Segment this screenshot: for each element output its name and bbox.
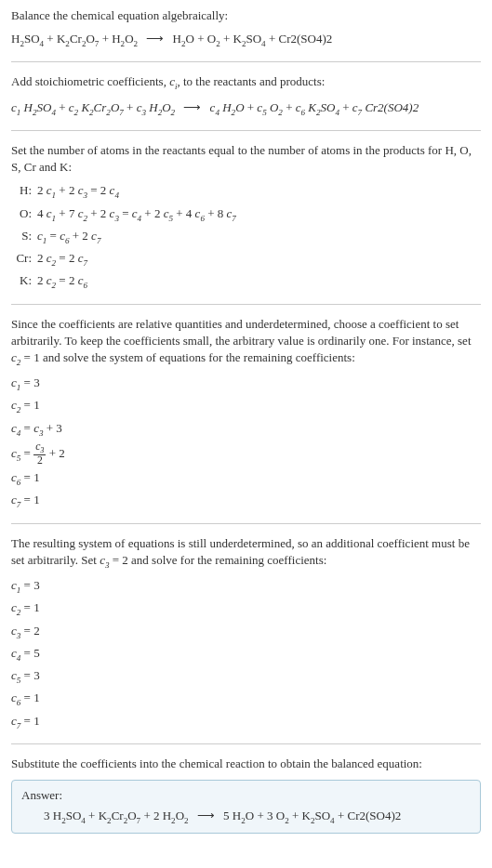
stoich-equation: c1 H2SO4 + c2 K2Cr2O7 + c3 H2O2 ⟶ c4 H2O… bbox=[11, 99, 481, 119]
section-final: The resulting system of equations is sti… bbox=[11, 535, 481, 732]
balanced-left: 3 H2SO4 + K2Cr2O7 + 2 H2O2 bbox=[44, 809, 189, 822]
coeff-row: c2 = 1 bbox=[11, 396, 481, 416]
coeff-row: c4 = c3 + 3 bbox=[11, 419, 481, 440]
atom-eq: 2 c2 = 2 c7 bbox=[37, 249, 87, 270]
atom-eq: 2 c2 = 2 c6 bbox=[37, 271, 87, 292]
stoich-c3: c3 H2O2 bbox=[137, 100, 175, 114]
coeff-row: c6 = 1 bbox=[11, 468, 481, 489]
title: Balance the chemical equation algebraica… bbox=[11, 7, 481, 24]
atom-equations: H:2 c1 + 2 c3 = 2 c4O:4 c1 + 7 c2 + 2 c3… bbox=[11, 181, 481, 292]
atom-eq: 2 c1 + 2 c3 = 2 c4 bbox=[37, 181, 119, 202]
atom-eq: c1 = c6 + 2 c7 bbox=[37, 227, 100, 247]
stoich-c5: c5 O2 bbox=[257, 100, 283, 114]
atom-eq-row: O:4 c1 + 7 c2 + 2 c3 = c4 + 2 c5 + 4 c6 … bbox=[11, 204, 481, 225]
atom-label: H: bbox=[11, 181, 37, 200]
final-solution: c1 = 3c2 = 1c3 = 2c4 = 5c5 = 3c6 = 1c7 =… bbox=[11, 576, 481, 732]
answer-box: Answer: 3 H2SO4 + K2Cr2O7 + 2 H2O2 ⟶ 5 H… bbox=[11, 780, 481, 834]
step1-text: Add stoichiometric coefficients, ci, to … bbox=[11, 73, 481, 92]
divider bbox=[11, 130, 481, 131]
atom-label: O: bbox=[11, 204, 37, 223]
unbalanced-equation: H2SO4 + K2Cr2O7 + H2O2 ⟶ H2O + O2 + K2SO… bbox=[11, 30, 481, 50]
eq-left: H2SO4 + K2Cr2O7 + H2O2 bbox=[11, 32, 138, 46]
atom-eq-row: Cr:2 c2 = 2 c7 bbox=[11, 249, 481, 270]
section-intro: Balance the chemical equation algebraica… bbox=[11, 7, 481, 50]
stoich-c4: c4 H2O bbox=[210, 100, 245, 114]
stoich-c6: c6 K2SO4 bbox=[296, 100, 339, 114]
stoich-c2: c2 K2Cr2O7 bbox=[69, 100, 124, 114]
step5-text: Substitute the coefficients into the che… bbox=[11, 756, 481, 772]
coeff-row: c5 = 3 bbox=[11, 666, 481, 687]
arrow-icon: ⟶ bbox=[178, 100, 206, 114]
coeff-row: c7 = 1 bbox=[11, 712, 481, 732]
stoich-c7: c7 Cr2(SO4)2 bbox=[352, 100, 419, 114]
arrow-icon: ⟶ bbox=[140, 32, 169, 46]
coeff-row: c2 = 1 bbox=[11, 598, 481, 619]
coeff-row: c1 = 3 bbox=[11, 576, 481, 597]
atom-label: Cr: bbox=[11, 249, 37, 268]
coeff-row: c7 = 1 bbox=[11, 491, 481, 511]
atom-label: K: bbox=[11, 271, 37, 290]
coeff-row: c5 = c32 + 2 bbox=[11, 441, 481, 467]
step2-text: Set the number of atoms in the reactants… bbox=[11, 142, 481, 176]
coeff-row: c4 = 5 bbox=[11, 644, 481, 664]
divider bbox=[11, 523, 481, 524]
balanced-right: 5 H2O + 3 O2 + K2SO4 + Cr2(SO4)2 bbox=[223, 809, 401, 822]
arrow-icon: ⟶ bbox=[192, 809, 220, 822]
step3-text: Since the coefficients are relative quan… bbox=[11, 316, 481, 369]
section-substitute: Substitute the coefficients into the che… bbox=[11, 756, 481, 834]
atom-label: S: bbox=[11, 227, 37, 245]
section-atoms: Set the number of atoms in the reactants… bbox=[11, 142, 481, 293]
stoich-c1: c1 H2SO4 bbox=[11, 100, 56, 114]
balanced-equation: 3 H2SO4 + K2Cr2O7 + 2 H2O2 ⟶ 5 H2O + 3 O… bbox=[21, 809, 471, 825]
divider bbox=[11, 743, 481, 744]
eq-right: H2O + O2 + K2SO4 + Cr2(SO4)2 bbox=[173, 32, 333, 46]
atom-eq-row: S:c1 = c6 + 2 c7 bbox=[11, 227, 481, 247]
atom-eq-row: K:2 c2 = 2 c6 bbox=[11, 271, 481, 292]
answer-label: Answer: bbox=[21, 788, 471, 803]
coeff-row: c6 = 1 bbox=[11, 689, 481, 709]
step4-text: The resulting system of equations is sti… bbox=[11, 535, 481, 572]
coeff-row: c1 = 3 bbox=[11, 374, 481, 394]
divider bbox=[11, 61, 481, 62]
atom-eq-row: H:2 c1 + 2 c3 = 2 c4 bbox=[11, 181, 481, 202]
partial-solution: c1 = 3c2 = 1c4 = c3 + 3c5 = c32 + 2c6 = … bbox=[11, 374, 481, 511]
divider bbox=[11, 304, 481, 305]
atom-eq: 4 c1 + 7 c2 + 2 c3 = c4 + 2 c5 + 4 c6 + … bbox=[37, 204, 236, 225]
section-stoich: Add stoichiometric coefficients, ci, to … bbox=[11, 73, 481, 119]
section-partial: Since the coefficients are relative quan… bbox=[11, 316, 481, 512]
coeff-row: c3 = 2 bbox=[11, 622, 481, 642]
